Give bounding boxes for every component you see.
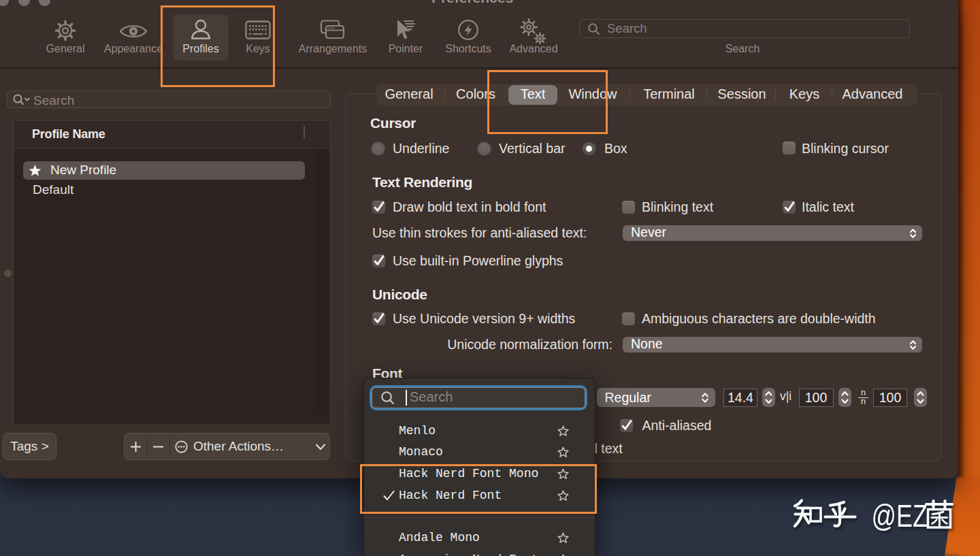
svg-text:@EZ: @EZ: [872, 498, 928, 533]
